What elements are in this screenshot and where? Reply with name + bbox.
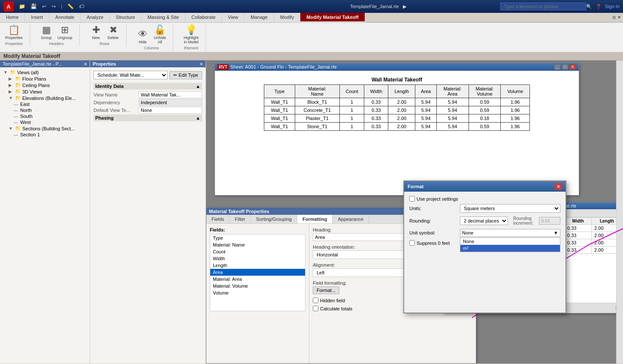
- ribbon-tab-bar: Home Insert Annotate Analyze Structure M…: [0, 13, 623, 23]
- table-row: Wall_T1 Concrete_T1 1 0.33 2.00 5.94 5.9…: [264, 106, 530, 114]
- unit-option-m2[interactable]: m²: [460, 245, 560, 252]
- view-name-input[interactable]: [139, 91, 202, 98]
- leaf-icon: —: [14, 102, 19, 107]
- unit-option-none[interactable]: None: [460, 238, 560, 245]
- new-button[interactable]: ✚ New: [88, 24, 104, 41]
- tree-item-north[interactable]: — North: [12, 107, 88, 113]
- field-list-item[interactable]: Type: [210, 235, 305, 241]
- phasing-collapse-icon[interactable]: ▲: [196, 115, 200, 120]
- group-label-element: Element: [184, 46, 198, 50]
- sign-in-link[interactable]: Sign In: [605, 4, 620, 9]
- tab-home[interactable]: Home: [0, 13, 25, 22]
- edit-type-button[interactable]: ✏ Edit Type: [169, 71, 202, 79]
- close-button[interactable]: ✕: [569, 64, 576, 70]
- tree-item-south[interactable]: — South: [12, 113, 88, 119]
- rounding-select[interactable]: 2 decimal places: [460, 217, 508, 225]
- tab-manage[interactable]: Manage: [245, 13, 274, 22]
- schedule-dropdown[interactable]: Schedule: Wall Mate...: [94, 71, 168, 79]
- hide-button[interactable]: 👁 Hide: [135, 29, 151, 45]
- hidden-field-checkbox[interactable]: [313, 298, 318, 303]
- tab-modify-material-takeoff[interactable]: Modify Material Takeoff: [300, 13, 365, 22]
- field-list-item[interactable]: Material: Volume: [210, 283, 305, 289]
- page-title: Modify Material Takeoff: [0, 52, 623, 60]
- expand-icon: ▶: [9, 83, 14, 87]
- schedule-table: Wall Material Takeoff Type Material:Name…: [264, 75, 530, 131]
- field-list-item[interactable]: Width: [210, 255, 305, 262]
- search-icon[interactable]: 🔍: [586, 4, 592, 9]
- tree-item-elevations[interactable]: ▼ 📁 Elevations (Building Ele...: [7, 95, 88, 101]
- highlight-icon: 💡: [185, 25, 197, 35]
- properties-icon: 📋: [8, 25, 20, 35]
- field-list-item[interactable]: Length: [210, 262, 305, 269]
- ribbon-buttons-columns: 👁 Hide 🔓 UnhideAll: [135, 24, 168, 45]
- collapse-icon[interactable]: ▲: [196, 84, 200, 89]
- unhide-all-button[interactable]: 🔓 UnhideAll: [152, 24, 168, 45]
- tab-filter[interactable]: Filter: [230, 215, 251, 223]
- minimize-button[interactable]: _: [554, 64, 561, 70]
- search-input[interactable]: [500, 3, 586, 10]
- tab-structure[interactable]: Structure: [110, 13, 142, 22]
- tab-formatting[interactable]: Formatting: [297, 215, 333, 223]
- tab-massing[interactable]: Massing & Site: [142, 13, 185, 22]
- tab-insert[interactable]: Insert: [25, 13, 49, 22]
- main-layout: TemplateFile_Jamal.rte - P... ✕ ▼ 📁 View…: [0, 60, 623, 364]
- units-select[interactable]: Square meters: [460, 204, 560, 213]
- default-view-template-input[interactable]: [139, 107, 202, 114]
- tree-item-section1[interactable]: — Section 1: [12, 132, 88, 138]
- tab-sorting-grouping[interactable]: Sorting/Grouping: [251, 215, 297, 223]
- tab-view[interactable]: View: [222, 13, 245, 22]
- suppress-0-feet-checkbox[interactable]: [409, 240, 415, 246]
- col-material-name: Material:Name: [295, 85, 339, 98]
- use-project-settings-checkbox[interactable]: [409, 196, 415, 202]
- field-list-item[interactable]: Material: Area: [210, 276, 305, 283]
- ungroup-button[interactable]: ⊞ Ungroup: [56, 24, 74, 41]
- delete-icon: ✖: [109, 25, 117, 35]
- field-list-item[interactable]: Count: [210, 248, 305, 255]
- field-list-item[interactable]: Area: [210, 269, 305, 276]
- ribbon-group-element: 💡 Highlightin Model Element: [182, 24, 206, 50]
- close-project-browser-button[interactable]: ✕: [84, 62, 87, 66]
- unit-symbol-dropdown-container: None ▼ None m²: [460, 229, 560, 237]
- tab-fields[interactable]: Fields: [206, 215, 230, 223]
- sheet-window-titlebar: RVT Sheet: A001 - Ground Fln - TemplateF…: [215, 63, 579, 71]
- field-list-item[interactable]: Material: Name: [210, 241, 305, 248]
- table-row: Wall_T1 Stone_T1 1 0.33 2.00 5.94 5.94 0…: [264, 123, 530, 131]
- unhide-all-icon: 🔓: [154, 25, 166, 35]
- ribbon-buttons-rows: ✚ New ✖ Delete: [88, 24, 121, 41]
- tree-item-views-all[interactable]: ▼ 📁 Views (all): [2, 69, 88, 75]
- tab-modify[interactable]: Modify: [274, 13, 300, 22]
- group-button[interactable]: ▦ Group: [39, 24, 54, 41]
- properties-button[interactable]: 📋 Properties: [3, 24, 24, 41]
- tree-item-floor-plans[interactable]: ▶ 📁 Floor Plans: [7, 75, 88, 82]
- field-list-item[interactable]: Volume: [210, 289, 305, 296]
- tab-collaborate[interactable]: Collaborate: [185, 13, 222, 22]
- open-button[interactable]: 📁: [17, 3, 27, 10]
- help-icon[interactable]: ❓: [596, 4, 602, 9]
- redo-button[interactable]: ↪: [50, 3, 57, 10]
- tree-item-ceiling-plans[interactable]: ▶ 📁 Ceiling Plans: [7, 82, 88, 88]
- tree-item-west[interactable]: — West: [12, 119, 88, 125]
- tree-item-east[interactable]: — East: [12, 101, 88, 107]
- undo-button[interactable]: ↩: [40, 3, 48, 10]
- tab-appearance[interactable]: Appearance: [333, 215, 369, 223]
- right-scrollbar[interactable]: [616, 60, 623, 364]
- tag-button[interactable]: 🏷: [77, 3, 86, 10]
- maximize-button[interactable]: □: [562, 64, 569, 70]
- format-dialog-close-button[interactable]: ✕: [554, 183, 562, 190]
- tab-analyze[interactable]: Analyze: [81, 13, 110, 22]
- tree-view: ▼ 📁 Views (all) ▶ 📁 Floor Plans ▶ 📁 Ceil…: [0, 67, 90, 364]
- tab-annotate[interactable]: Annotate: [49, 13, 81, 22]
- ribbon-buttons-properties: 📋 Properties: [3, 24, 24, 41]
- field-formatting-button[interactable]: Format...: [313, 286, 339, 294]
- tree-item-sections[interactable]: ▼ 📁 Sections (Building Sect...: [7, 125, 88, 132]
- tree-item-3d-views[interactable]: ▶ 📁 3D Views: [7, 88, 88, 95]
- highlight-in-model-button[interactable]: 💡 Highlightin Model: [182, 24, 200, 45]
- calculate-totals-checkbox[interactable]: [313, 306, 318, 311]
- delete-button[interactable]: ✖ Delete: [106, 24, 121, 41]
- app-logo: A: [3, 1, 14, 12]
- save-button[interactable]: 💾: [29, 3, 39, 10]
- ribbon-group-rows: ✚ New ✖ Delete Rows: [88, 24, 127, 46]
- measure-button[interactable]: 📏: [66, 3, 76, 10]
- close-properties-button[interactable]: ✕: [200, 62, 203, 66]
- unit-symbol-trigger[interactable]: None ▼: [460, 229, 560, 237]
